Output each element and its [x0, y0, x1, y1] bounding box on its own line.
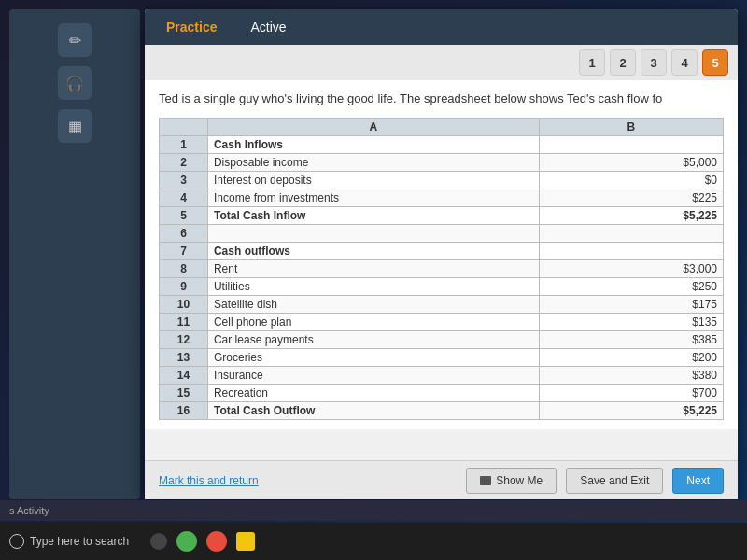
row-num-3: 3	[160, 171, 208, 189]
row-num-16: 16	[160, 401, 208, 419]
cell-b-15: $700	[539, 384, 723, 401]
row-num-15: 15	[160, 384, 208, 401]
status-bar: s Activity	[0, 500, 747, 521]
cell-b-6	[539, 224, 723, 242]
row-num-13: 13	[160, 348, 208, 366]
cell-b-12: $385	[539, 330, 723, 348]
save-exit-button[interactable]: Save and Exit	[566, 468, 663, 494]
cell-a-6	[207, 224, 539, 242]
row-num-7: 7	[160, 242, 208, 259]
nav-bar: Practice Active	[145, 9, 738, 45]
cell-a-7: Cash outflows	[207, 242, 539, 259]
taskbar-icon-2[interactable]	[176, 531, 197, 552]
row-num-11: 11	[160, 313, 208, 330]
num-btn-4[interactable]: 4	[671, 49, 698, 76]
taskbar-icon-3[interactable]	[206, 531, 227, 552]
pencil-icon[interactable]: ✏	[58, 23, 92, 57]
cell-b-2: $5,000	[539, 153, 723, 171]
cell-a-16: Total Cash Outflow	[207, 401, 539, 419]
cell-a-11: Cell phone plan	[207, 313, 539, 330]
row-num-1: 1	[160, 135, 208, 153]
num-btn-2[interactable]: 2	[610, 49, 636, 76]
content-area: Ted is a single guy who's living the goo…	[145, 80, 738, 429]
search-circle-icon	[9, 534, 24, 549]
next-button[interactable]: Next	[672, 468, 724, 494]
num-buttons-row: 1 2 3 4 5	[145, 45, 738, 80]
num-btn-1[interactable]: 1	[579, 49, 605, 76]
col-a-header: A	[207, 118, 539, 135]
cell-b-16: $5,225	[539, 401, 723, 419]
cell-a-2: Disposable income	[207, 153, 539, 171]
row-num-10: 10	[160, 295, 208, 313]
cell-a-9: Utilities	[207, 277, 539, 295]
cell-a-15: Recreation	[207, 384, 539, 401]
spreadsheet-table: A B 1Cash Inflows2Disposable income$5,00…	[159, 118, 724, 420]
cell-b-3: $0	[539, 171, 723, 189]
calculator-icon[interactable]: ▦	[58, 109, 92, 143]
row-num-12: 12	[160, 330, 208, 348]
num-btn-5[interactable]: 5	[702, 49, 728, 76]
taskbar-icon-1[interactable]	[150, 533, 167, 550]
mark-return-link[interactable]: Mark this and return	[159, 474, 457, 487]
taskbar-search[interactable]: Type here to search	[9, 534, 129, 549]
cell-b-10: $175	[539, 295, 723, 313]
cell-a-13: Groceries	[207, 348, 539, 366]
row-num-9: 9	[160, 277, 208, 295]
cell-a-4: Income from investments	[207, 189, 539, 206]
cell-a-10: Satellite dish	[207, 295, 539, 313]
main-window: Practice Active 1 2 3 4 5 Ted is a singl…	[145, 9, 738, 499]
cell-b-11: $135	[539, 313, 723, 330]
active-tab[interactable]: Active	[243, 16, 293, 38]
cell-b-8: $3,000	[539, 259, 723, 277]
col-b-header: B	[539, 118, 723, 135]
cell-a-12: Car lease payments	[207, 330, 539, 348]
activity-label: s Activity	[9, 505, 49, 516]
num-btn-3[interactable]: 3	[641, 49, 667, 76]
cell-b-9: $250	[539, 277, 723, 295]
cell-a-5: Total Cash Inflow	[207, 206, 539, 224]
taskbar-search-label: Type here to search	[30, 535, 129, 548]
action-bar: Mark this and return Show Me Save and Ex…	[145, 460, 738, 499]
cell-a-14: Insurance	[207, 366, 539, 384]
row-num-8: 8	[160, 259, 208, 277]
row-num-5: 5	[160, 206, 208, 224]
taskbar: Type here to search	[0, 523, 747, 560]
row-num-14: 14	[160, 366, 208, 384]
cell-b-4: $225	[539, 189, 723, 206]
taskbar-icon-4[interactable]	[236, 532, 255, 551]
cell-a-8: Rent	[207, 259, 539, 277]
cell-b-7	[539, 242, 723, 259]
sidebar: ✏ 🎧 ▦	[9, 9, 140, 499]
cell-b-14: $380	[539, 366, 723, 384]
taskbar-icons	[150, 531, 255, 552]
col-empty-header	[160, 118, 208, 135]
cell-b-13: $200	[539, 348, 723, 366]
cell-b-1	[539, 135, 723, 153]
show-me-button[interactable]: Show Me	[466, 468, 557, 494]
cell-a-1: Cash Inflows	[207, 135, 539, 153]
row-num-2: 2	[160, 153, 208, 171]
show-me-icon	[480, 476, 491, 485]
practice-tab[interactable]: Practice	[159, 16, 224, 38]
question-text: Ted is a single guy who's living the goo…	[159, 90, 724, 108]
cell-b-5: $5,225	[539, 206, 723, 224]
cell-a-3: Interest on deposits	[207, 171, 539, 189]
headphones-icon[interactable]: 🎧	[58, 66, 92, 100]
row-num-4: 4	[160, 189, 208, 206]
row-num-6: 6	[160, 224, 208, 242]
